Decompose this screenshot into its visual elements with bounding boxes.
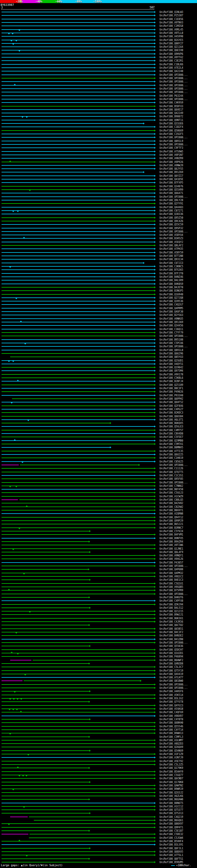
hit-row[interactable]: UniRef100_B91Z69 bbox=[0, 170, 197, 174]
hit-row[interactable]: UniRef100_B6HWF2 bbox=[0, 659, 197, 662]
hit-row[interactable]: UniRef100_A4QY51 bbox=[0, 363, 197, 366]
hit-row[interactable]: UniRef100_B6KQV5 bbox=[0, 422, 197, 425]
hit-row[interactable]: UniRef100_Q19042 bbox=[0, 366, 197, 369]
hit-row[interactable]: UniRef100_Q65B51 bbox=[0, 627, 197, 630]
hit-row[interactable]: UniRef100_A9GQB5 bbox=[0, 585, 197, 589]
hit-row[interactable]: UniRef100_A5BYU4 bbox=[0, 234, 197, 237]
hit-row[interactable]: UniRef100_A9YTA2 bbox=[0, 56, 197, 59]
hit-row[interactable]: UniRef100_C4M757 bbox=[0, 429, 197, 432]
hit-row[interactable]: UniRef100_Q5ANU9 bbox=[0, 749, 197, 752]
hit-row[interactable]: UniRef100_UPI000... bbox=[0, 481, 197, 484]
hit-row[interactable]: UniRef100_Q7YST8 bbox=[0, 700, 197, 704]
hit-row[interactable]: UniRef100_Q6VE17 bbox=[0, 108, 197, 112]
hit-row[interactable]: UniRef100_Q58669 bbox=[0, 129, 197, 132]
hit-row[interactable]: UniRef100_C5L2Z5 bbox=[0, 763, 197, 766]
hit-row[interactable]: UniRef100_A9V178 bbox=[0, 373, 197, 376]
hit-row[interactable]: UniRef100_A3LNM7 bbox=[0, 739, 197, 742]
hit-row[interactable]: UniRef100_UPI000... bbox=[0, 91, 197, 94]
hit-row[interactable]: UniRef100_A5SKG8 bbox=[0, 707, 197, 711]
hit-row[interactable]: UniRef100_Q4X419 bbox=[0, 673, 197, 676]
hit-row[interactable]: UniRef100_C5FEE7 bbox=[0, 435, 197, 439]
hit-row[interactable]: UniRef100_Q6BXV5 bbox=[0, 850, 197, 854]
hit-row[interactable]: UniRef100_B9WR19 bbox=[0, 787, 197, 791]
hit-row[interactable]: UniRef100_C5MFL3 bbox=[0, 735, 197, 739]
hit-row[interactable]: UniRef100_B4N3E2 bbox=[0, 634, 197, 638]
hit-row[interactable]: UniRef100_B4NZ46 bbox=[0, 275, 197, 279]
hit-row[interactable]: UniRef100_Q95F05 bbox=[0, 477, 197, 480]
hit-row[interactable]: UniRef100_A4S990 bbox=[0, 35, 197, 38]
hit-row[interactable]: UniRef100_A4HSF6 bbox=[0, 690, 197, 693]
hit-row[interactable]: UniRef100_Q091L9 bbox=[0, 140, 197, 143]
hit-row[interactable]: UniRef100_Q7Q7T5 bbox=[0, 470, 197, 474]
hit-row[interactable]: UniRef100_Q21164 bbox=[0, 45, 197, 49]
hit-row[interactable]: UniRef100_Q34456 bbox=[0, 324, 197, 327]
hit-row[interactable]: UniRef100_Q75Y19 bbox=[0, 669, 197, 673]
hit-row[interactable]: UniRef100_A5BY59 bbox=[0, 251, 197, 254]
hit-row[interactable]: UniRef100_C3SGF5 bbox=[0, 132, 197, 136]
hit-row[interactable]: UniRef100_Q2YY91 bbox=[0, 202, 197, 206]
hit-row[interactable]: UniRef100_B3NGP5 bbox=[0, 289, 197, 292]
hit-row[interactable]: UniRef100_Q4YGI3 bbox=[0, 704, 197, 707]
hit-row[interactable]: UniRef100_Q5KJ94 bbox=[0, 603, 197, 606]
hit-row[interactable]: UniRef100_UPI000... bbox=[0, 564, 197, 568]
hit-row[interactable]: UniRef100_B2GYE5 bbox=[0, 38, 197, 42]
hit-row[interactable]: UniRef100_Q6FTS1 bbox=[0, 857, 197, 861]
hit-row[interactable]: UniRef100_Q31GE6 bbox=[0, 122, 197, 125]
hit-row[interactable]: UniRef100_Q6FJL1 bbox=[0, 847, 197, 850]
hit-row[interactable]: UniRef100_C5M7A1 bbox=[0, 442, 197, 446]
hit-row[interactable]: UniRef100_B2YS63 bbox=[0, 313, 197, 317]
hit-row[interactable]: UniRef100_Q55XR9 bbox=[0, 188, 197, 191]
hit-row[interactable]: UniRef100_A3N7J9 bbox=[0, 756, 197, 759]
hit-row[interactable]: UniRef100_Q95Z50 bbox=[0, 216, 197, 220]
hit-row[interactable]: UniRef100_C7YF79 bbox=[0, 331, 197, 334]
hit-row[interactable]: UniRef100_P49026 bbox=[0, 390, 197, 394]
hit-row[interactable]: UniRef100_C5L3C7 bbox=[0, 665, 197, 669]
hit-row[interactable]: UniRef100_B4JET0 bbox=[0, 286, 197, 289]
hit-row[interactable]: UniRef100_Q39536 bbox=[0, 300, 197, 303]
hit-row[interactable]: UniRef100_P43057 bbox=[0, 561, 197, 564]
hit-row[interactable]: UniRef100_B6K3U1 bbox=[0, 617, 197, 620]
hit-row[interactable]: UniRef100_Q891L8 bbox=[0, 348, 197, 352]
hit-row[interactable]: UniRef100_Q4N3D8 bbox=[0, 662, 197, 665]
hit-row[interactable]: UniRef100_Q55C59 bbox=[0, 223, 197, 226]
hit-row[interactable]: UniRef100_UPI000... bbox=[0, 334, 197, 338]
hit-row[interactable]: UniRef100_Q6CT02 bbox=[0, 623, 197, 627]
hit-row[interactable]: UniRef100_UPI000... bbox=[0, 683, 197, 686]
hit-row[interactable]: UniRef100_Q2U3J2 bbox=[0, 791, 197, 795]
hit-row[interactable]: UniRef100_C4YT14 bbox=[0, 728, 197, 732]
hit-row[interactable]: UniRef100_Q26QA9 bbox=[0, 745, 197, 749]
hit-row[interactable]: UniRef100_C7NN62 bbox=[0, 484, 197, 488]
hit-row[interactable]: UniRef100_B3RNC7 bbox=[0, 526, 197, 530]
hit-row[interactable]: UniRef100_C88LQ5 bbox=[0, 498, 197, 502]
hit-row[interactable]: UniRef100_Q6VF52 bbox=[0, 401, 197, 404]
hit-row[interactable]: UniRef100_Q170K0 bbox=[0, 780, 197, 784]
hit-row[interactable]: UniRef100_C6TJI3 bbox=[0, 261, 197, 265]
hit-row[interactable]: UniRef100_Q00X97 bbox=[0, 822, 197, 826]
hit-row[interactable]: UniRef100_UPI000... bbox=[0, 230, 197, 234]
hit-row[interactable]: UniRef100_Q6BKH0 bbox=[0, 721, 197, 724]
hit-row[interactable]: UniRef100_B9WJJ1 bbox=[0, 613, 197, 616]
hit-row[interactable]: UniRef100_Q42249 bbox=[0, 112, 197, 115]
hit-row[interactable]: UniRef100_Q41D5E bbox=[0, 178, 197, 181]
hit-row[interactable]: UniRef100_C5PCU6 bbox=[0, 341, 197, 345]
hit-row[interactable]: UniRef100_Q9SP32 bbox=[0, 227, 197, 230]
hit-row[interactable]: UniRef100_A5EQY2 bbox=[0, 241, 197, 244]
hit-row[interactable]: UniRef100_B3L1G2 bbox=[0, 697, 197, 700]
hit-row[interactable]: UniRef100_P46894 bbox=[0, 655, 197, 658]
hit-row[interactable]: UniRef100_C4PFX8 bbox=[0, 599, 197, 602]
hit-row[interactable]: UniRef100_A9NKU5 bbox=[0, 317, 197, 320]
hit-row[interactable]: UniRef100_Q1U2D1 bbox=[0, 652, 197, 655]
hit-row[interactable]: UniRef100_B4E1C3 bbox=[0, 578, 197, 582]
hit-row[interactable]: UniRef100_C07271 bbox=[0, 209, 197, 213]
hit-row[interactable]: UniRef100_UPI000... bbox=[0, 84, 197, 87]
hit-row[interactable]: UniRef100_Q99P29 bbox=[0, 519, 197, 523]
hit-row[interactable]: UniRef100_UPI000... bbox=[0, 73, 197, 77]
hit-row[interactable]: UniRef100_A3F1Z9 bbox=[0, 752, 197, 756]
hit-row[interactable]: UniRef100_Q25189 bbox=[0, 383, 197, 387]
hit-row[interactable]: UniRef100_Q9LY28 bbox=[0, 198, 197, 202]
hit-row[interactable]: UniRef100_A5K514 bbox=[0, 693, 197, 697]
hit-row[interactable]: UniRef100_B9WH13 bbox=[0, 732, 197, 735]
hit-row[interactable]: UniRef100_A6LST1 bbox=[0, 418, 197, 422]
hit-row[interactable]: UniRef100_A9TLL0 bbox=[0, 31, 197, 35]
hit-row[interactable]: UniRef100_Q93134 bbox=[0, 258, 197, 261]
